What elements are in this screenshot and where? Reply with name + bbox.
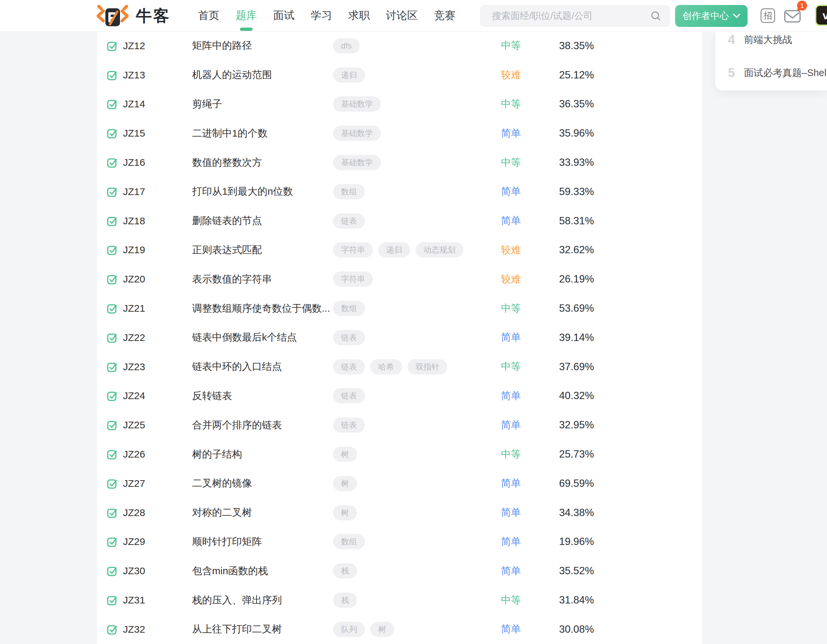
user-avatar[interactable]: v (815, 5, 827, 26)
problem-title-link[interactable]: 顺时针打印矩阵 (192, 535, 333, 549)
tag-pill[interactable]: 队列 (333, 622, 365, 637)
solved-checkbox-icon (107, 507, 118, 518)
table-row[interactable]: JZ29顺时针打印矩阵数组简单19.96% (97, 527, 702, 557)
tag-pill[interactable]: 链表 (333, 359, 365, 374)
problem-title-link[interactable]: 表示数值的字符串 (192, 273, 333, 286)
problem-id: JZ30 (123, 565, 192, 577)
tag-list: 链表 (333, 330, 501, 345)
problem-title-link[interactable]: 包含min函数的栈 (192, 564, 333, 578)
table-row[interactable]: JZ32从上往下打印二叉树队列树简单30.08% (97, 615, 702, 644)
pass-rate: 31.84% (559, 594, 702, 606)
difficulty-label: 简单 (501, 535, 559, 549)
tag-pill[interactable]: 数组 (333, 301, 365, 316)
tag-pill[interactable]: 链表 (333, 213, 365, 229)
problem-title-link[interactable]: 调整数组顺序使奇数位于偶数... (192, 302, 333, 315)
tag-pill[interactable]: 双指针 (407, 359, 448, 374)
problem-title-link[interactable]: 删除链表的节点 (192, 214, 333, 228)
problem-title-link[interactable]: 正则表达式匹配 (192, 243, 333, 257)
table-row[interactable]: JZ21调整数组顺序使奇数位于偶数...数组中等53.69% (97, 294, 702, 323)
pass-rate: 25.12% (559, 69, 702, 81)
nav-item-1[interactable]: 题库 (236, 8, 257, 23)
tag-list: 队列树 (333, 622, 501, 637)
problem-title-link[interactable]: 矩阵中的路径 (192, 39, 333, 53)
table-row[interactable]: JZ25合并两个排序的链表链表简单32.95% (97, 410, 702, 440)
tag-pill[interactable]: 递归 (378, 242, 410, 257)
ranking-item[interactable]: 5面试必考真题–Shell篇 (728, 66, 827, 80)
table-row[interactable]: JZ22链表中倒数最后k个结点链表简单39.14% (97, 323, 702, 352)
tag-pill[interactable]: 链表 (333, 417, 365, 433)
problem-title-link[interactable]: 机器人的运动范围 (192, 68, 333, 82)
table-row[interactable]: JZ24反转链表链表简单40.32% (97, 382, 702, 411)
tag-pill[interactable]: 链表 (333, 330, 365, 345)
difficulty-label: 简单 (501, 418, 559, 432)
tag-pill[interactable]: dfs (333, 38, 360, 53)
table-row[interactable]: JZ20表示数值的字符串字符串较难26.19% (97, 265, 702, 294)
tag-pill[interactable]: 数组 (333, 184, 365, 200)
difficulty-label: 中等 (501, 156, 559, 170)
table-row[interactable]: JZ13机器人的运动范围递归较难25.12% (97, 61, 702, 90)
problem-title-link[interactable]: 数值的整数次方 (192, 156, 333, 170)
difficulty-label: 较难 (501, 243, 559, 257)
table-row[interactable]: JZ17打印从1到最大的n位数数组简单59.33% (97, 177, 702, 206)
table-row[interactable]: JZ28对称的二叉树树简单34.38% (97, 498, 702, 527)
problem-title-link[interactable]: 对称的二叉树 (192, 506, 333, 519)
problem-id: JZ32 (123, 624, 192, 635)
table-row[interactable]: JZ23链表中环的入口结点链表哈希双指针中等37.69% (97, 352, 702, 382)
nav-item-2[interactable]: 面试 (273, 8, 295, 23)
tag-pill[interactable]: 基础数学 (333, 126, 381, 141)
tag-pill[interactable]: 链表 (333, 388, 365, 404)
table-row[interactable]: JZ15二进制中1的个数基础数学简单35.96% (97, 119, 702, 148)
problem-title-link[interactable]: 打印从1到最大的n位数 (192, 185, 333, 198)
problem-title-link[interactable]: 树的子结构 (192, 448, 333, 461)
recruitment-icon[interactable]: 招 (760, 8, 775, 23)
solved-checkbox-icon (107, 245, 118, 255)
problem-title-link[interactable]: 链表中倒数最后k个结点 (192, 331, 333, 344)
problem-id: JZ26 (123, 449, 192, 460)
tag-pill[interactable]: 基础数学 (333, 155, 381, 170)
tag-pill[interactable]: 树 (333, 505, 357, 520)
problem-title-link[interactable]: 合并两个排序的链表 (192, 418, 333, 432)
tag-pill[interactable]: 递归 (333, 67, 365, 83)
tag-pill[interactable]: 树 (333, 476, 357, 491)
problem-title-link[interactable]: 链表中环的入口结点 (192, 360, 333, 374)
nav-item-3[interactable]: 学习 (311, 8, 332, 23)
table-row[interactable]: JZ31栈的压入、弹出序列栈中等31.84% (97, 586, 702, 615)
tag-pill[interactable]: 栈 (333, 593, 357, 608)
table-row[interactable]: JZ16数值的整数次方基础数学中等33.93% (97, 148, 702, 177)
table-row[interactable]: JZ14剪绳子基础数学中等36.35% (97, 90, 702, 119)
main-nav: 首页题库面试学习求职讨论区竞赛 (198, 0, 456, 31)
nav-item-6[interactable]: 竞赛 (434, 8, 456, 23)
messages-icon[interactable] (784, 9, 802, 24)
tag-pill[interactable]: 字符串 (333, 271, 373, 287)
table-row[interactable]: JZ30包含min函数的栈栈简单35.52% (97, 556, 702, 586)
table-row[interactable]: JZ18删除链表的节点链表简单58.31% (97, 206, 702, 235)
problem-title-link[interactable]: 反转链表 (192, 389, 333, 403)
tag-list: 基础数学 (333, 126, 501, 141)
nav-item-5[interactable]: 讨论区 (386, 8, 418, 23)
creator-center-button[interactable]: 创作者中心 (675, 5, 747, 27)
problem-title-link[interactable]: 二进制中1的个数 (192, 126, 333, 140)
table-row[interactable]: JZ27二叉树的镜像树简单69.59% (97, 469, 702, 498)
tag-pill[interactable]: 哈希 (370, 359, 402, 374)
problem-title-link[interactable]: 剪绳子 (192, 97, 333, 111)
tag-pill[interactable]: 数组 (333, 534, 365, 549)
ranking-item[interactable]: 4前端大挑战 (728, 33, 792, 47)
nowcoder-logo[interactable]: 牛客 (94, 4, 170, 28)
tag-pill[interactable]: 字符串 (333, 242, 373, 257)
tag-pill[interactable]: 树 (333, 447, 357, 462)
nav-item-0[interactable]: 首页 (198, 8, 219, 23)
table-row[interactable]: JZ26树的子结构树中等25.73% (97, 440, 702, 469)
problem-title-link[interactable]: 从上往下打印二叉树 (192, 622, 333, 636)
nav-item-4[interactable]: 求职 (348, 8, 370, 23)
difficulty-label: 中等 (501, 448, 559, 461)
table-row[interactable]: JZ12矩阵中的路径dfs中等38.35% (97, 31, 702, 61)
tag-pill[interactable]: 基础数学 (333, 97, 381, 112)
search-input[interactable] (480, 5, 650, 27)
tag-pill[interactable]: 栈 (333, 563, 357, 579)
problem-title-link[interactable]: 二叉树的镜像 (192, 477, 333, 490)
problem-title-link[interactable]: 栈的压入、弹出序列 (192, 594, 333, 607)
search-icon[interactable] (650, 10, 662, 22)
tag-pill[interactable]: 动态规划 (415, 242, 463, 257)
tag-pill[interactable]: 树 (370, 622, 394, 637)
table-row[interactable]: JZ19正则表达式匹配字符串递归动态规划较难32.62% (97, 235, 702, 265)
